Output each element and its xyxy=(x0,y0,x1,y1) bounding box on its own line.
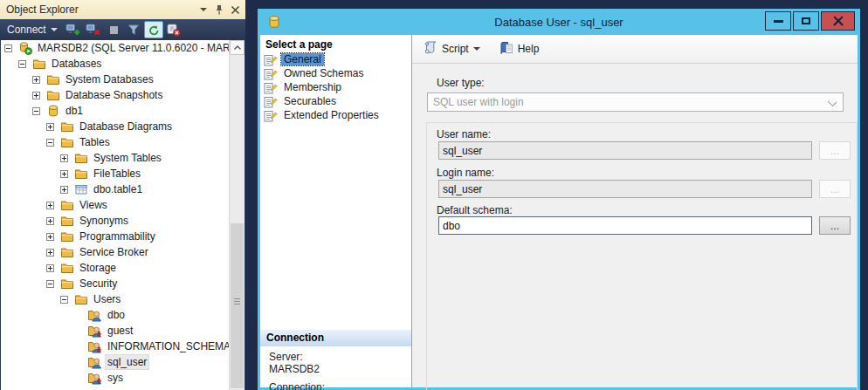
minimize-button[interactable] xyxy=(765,11,791,31)
expand-minus-icon[interactable] xyxy=(46,280,54,288)
script-error-icon[interactable] xyxy=(164,21,183,38)
dialog-toolbar: Script Help xyxy=(412,35,858,64)
default-schema-input[interactable] xyxy=(438,216,812,235)
tree-item[interactable]: Database Diagrams xyxy=(1,119,245,134)
expand-slot xyxy=(46,233,60,241)
page-item-extended-properties[interactable]: Extended Properties xyxy=(260,108,411,122)
tree-item[interactable]: Service Broker xyxy=(1,244,245,260)
folder-icon xyxy=(46,88,60,102)
tree-item-label: Database Snapshots xyxy=(64,88,164,102)
expand-plus-icon[interactable] xyxy=(46,202,54,209)
tree-item[interactable]: Database Snapshots xyxy=(1,87,245,103)
tree-item[interactable]: INFORMATION_SCHEMA xyxy=(1,339,245,354)
tree-item[interactable]: guest xyxy=(1,323,245,339)
object-explorer-title: Object Explorer xyxy=(6,3,195,16)
tree-scrollbar[interactable] xyxy=(229,40,245,390)
disconnect-server-icon[interactable] xyxy=(84,21,103,38)
table-icon xyxy=(74,182,88,196)
tree-item[interactable]: Programmability xyxy=(1,229,245,244)
tree-item[interactable]: FileTables xyxy=(1,166,245,181)
expand-slot xyxy=(32,76,46,84)
scroll-up-icon[interactable] xyxy=(230,40,245,55)
general-page-pane: Script Help User type: SQL user with log… xyxy=(412,35,858,387)
close-button[interactable] xyxy=(821,11,855,31)
refresh-icon[interactable] xyxy=(144,21,163,38)
expand-slot xyxy=(46,280,60,288)
expand-plus-icon[interactable] xyxy=(46,249,54,257)
default-schema-browse-button[interactable]: ... xyxy=(819,216,851,235)
expand-plus-icon[interactable] xyxy=(60,170,68,178)
tree-item[interactable]: Views xyxy=(1,197,245,213)
tree-item[interactable]: System Databases xyxy=(1,72,245,87)
page-item-general[interactable]: General xyxy=(260,52,411,66)
expand-plus-icon[interactable] xyxy=(46,264,54,272)
user-type-dropdown[interactable]: SQL user with login xyxy=(427,92,844,112)
expand-minus-icon[interactable] xyxy=(60,296,68,304)
help-button[interactable]: Help xyxy=(496,38,543,60)
expand-plus-icon[interactable] xyxy=(32,76,40,84)
page-item-owned-schemas[interactable]: Owned Schemas xyxy=(260,66,411,80)
tree-item-label: Users xyxy=(92,292,122,306)
folder-icon xyxy=(60,120,74,133)
folder-icon xyxy=(60,261,74,275)
expand-slot xyxy=(46,202,60,209)
folder-icon xyxy=(46,72,60,86)
close-icon xyxy=(833,16,844,26)
expand-plus-icon[interactable] xyxy=(32,92,40,99)
login-name-input[interactable] xyxy=(438,180,812,198)
expand-plus-icon[interactable] xyxy=(60,186,68,194)
stop-icon[interactable] xyxy=(104,21,123,38)
dialog-titlebar[interactable]: Database User - sql_user xyxy=(260,9,858,35)
tree-item[interactable]: Tables xyxy=(1,134,245,150)
object-explorer-tree: MARSDB2 (SQL Server 11.0.6020 - MARSDDat… xyxy=(1,40,245,390)
script-label: Script xyxy=(442,43,469,55)
user-disabled-icon xyxy=(88,339,102,353)
expand-plus-icon[interactable] xyxy=(46,123,54,131)
expand-minus-icon[interactable] xyxy=(18,60,26,68)
tree-item-label: Views xyxy=(78,198,109,212)
page-icon xyxy=(264,67,278,80)
tree-item[interactable]: Synonyms xyxy=(1,213,245,229)
expand-slot xyxy=(46,139,60,147)
tree-item[interactable]: Databases xyxy=(1,56,245,72)
close-icon[interactable] xyxy=(228,3,242,17)
folder-icon xyxy=(60,214,74,228)
filter-icon[interactable] xyxy=(124,21,143,38)
tree-item[interactable]: Storage xyxy=(1,260,245,276)
expand-slot xyxy=(60,170,74,178)
page-item-label: General xyxy=(281,53,324,65)
page-item-membership[interactable]: Membership xyxy=(260,80,411,94)
expand-plus-icon[interactable] xyxy=(60,154,68,162)
page-item-label: Extended Properties xyxy=(281,109,382,121)
page-item-securables[interactable]: Securables xyxy=(260,94,411,108)
user-name-input[interactable] xyxy=(438,141,812,160)
connect-server-icon[interactable] xyxy=(64,21,83,38)
expand-plus-icon[interactable] xyxy=(46,217,54,225)
tree-item[interactable]: MARSDB2 (SQL Server 11.0.6020 - MARSD xyxy=(1,40,245,56)
expand-minus-icon[interactable] xyxy=(4,44,12,52)
tree-item[interactable]: db1 xyxy=(1,103,245,119)
tree-item[interactable]: sql_user xyxy=(1,354,245,370)
tree-item[interactable]: Security xyxy=(1,276,245,291)
tree-item[interactable]: System Tables xyxy=(1,150,245,166)
pin-icon[interactable] xyxy=(212,3,226,17)
tree-item[interactable]: dbo.table1 xyxy=(1,181,245,197)
tree-item[interactable]: dbo xyxy=(1,307,245,323)
user-icon xyxy=(88,355,102,369)
page-list: GeneralOwned SchemasMembershipSecurables… xyxy=(260,52,411,122)
tree-item[interactable]: Users xyxy=(1,291,245,307)
tree-item[interactable]: sys xyxy=(1,370,245,386)
tree-item-label: guest xyxy=(106,324,134,338)
tree-item-label: sys xyxy=(106,371,125,385)
window-position-icon[interactable] xyxy=(196,3,210,17)
user-icon xyxy=(88,308,102,322)
expand-minus-icon[interactable] xyxy=(32,107,40,115)
scrollbar-thumb[interactable] xyxy=(231,223,244,388)
expand-plus-icon[interactable] xyxy=(46,233,54,241)
maximize-button[interactable] xyxy=(793,11,819,31)
tree-item-label: System Databases xyxy=(64,72,155,86)
connect-button[interactable]: Connect xyxy=(3,22,63,38)
object-explorer-toolbar: Connect xyxy=(0,19,245,41)
expand-minus-icon[interactable] xyxy=(46,139,54,147)
script-button[interactable]: Script xyxy=(419,38,484,59)
